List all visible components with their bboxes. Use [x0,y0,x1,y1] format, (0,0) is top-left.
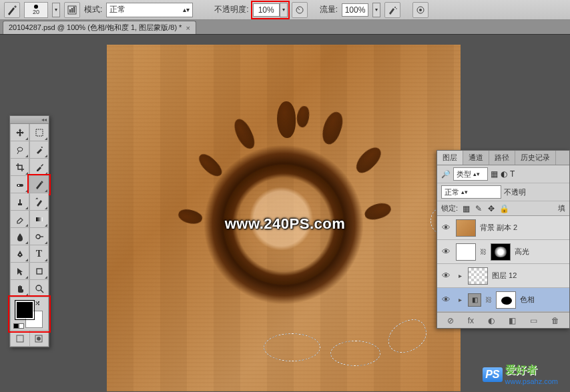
opacity-dropdown[interactable]: ▾ [280,3,288,17]
clone-stamp-tool[interactable] [10,193,29,211]
layer-mask-thumbnail[interactable] [491,243,511,261]
type-tool[interactable]: T [29,245,49,263]
lock-transparency-icon[interactable]: ▦ [461,204,471,213]
blend-mode-select[interactable]: 正常 ▴▾ [106,3,193,17]
airbrush-icon[interactable] [384,2,400,18]
close-icon[interactable]: × [186,24,190,32]
fx-icon[interactable]: fx [468,316,474,325]
type-filter-icon[interactable]: T [510,169,515,179]
selection-marquee [330,341,380,366]
pressure-opacity-icon[interactable] [292,2,308,18]
brush-tool[interactable] [29,176,49,193]
healing-brush-tool[interactable] [10,176,29,193]
layer-row[interactable]: 👁 背景 副本 2 [437,216,569,240]
layer-thumbnail[interactable] [456,243,476,261]
brush-panel-toggle-icon[interactable] [64,2,80,18]
magic-wand-tool[interactable] [29,141,49,159]
foreground-color-swatch[interactable] [16,301,33,319]
visibility-eye-icon[interactable]: 👁 [440,295,452,305]
fold-icon[interactable]: ▸ [456,296,464,303]
path-select-tool[interactable] [10,263,29,280]
lock-position-icon[interactable]: ✥ [487,204,496,213]
blend-opacity-row: 正常▴▾ 不透明 [437,183,569,201]
gradient-tool[interactable] [29,211,49,228]
flow-dropdown[interactable]: ▾ [372,3,380,17]
corner-watermark: PS 爱好者 www.psahz.com [483,363,558,385]
layer-filter-select[interactable]: 类型▴▾ [453,167,488,181]
tab-channels[interactable]: 通道 [463,151,489,165]
layer-thumbnail[interactable] [456,219,476,237]
layer-row[interactable]: 👁 ▸ 图层 12 [437,264,569,288]
layer-name: 背景 副本 2 [480,223,517,233]
layer-row[interactable]: 👁 ▸ ◧ ⛓ 色相 [437,288,569,312]
adjustment-layer-icon[interactable]: ◧ [468,293,481,307]
svg-rect-17 [17,335,23,342]
hand-tool[interactable] [10,280,29,297]
chevron-updown-icon: ▴▾ [183,6,190,13]
current-tool-indicator[interactable] [4,2,20,18]
flow-label: 流量: [320,4,338,15]
svg-rect-10 [17,184,23,187]
flow-input[interactable]: 100% [342,3,368,17]
lock-pixels-icon[interactable]: ✎ [474,204,483,213]
document-tab[interactable]: 20104287.psd @ 100% (色相/饱和度 1, 图层蒙版/8) *… [3,21,196,34]
blur-tool[interactable] [10,228,29,245]
lock-label: 锁定: [441,203,458,213]
visibility-eye-icon[interactable]: 👁 [440,247,452,257]
delete-layer-icon[interactable]: 🗑 [551,316,559,325]
layer-mask-thumbnail[interactable] [496,291,516,309]
history-brush-tool[interactable] [29,193,49,211]
tab-paths[interactable]: 路径 [489,151,515,165]
layer-type-filter-icons: ▦ ◐ T [491,169,515,179]
eyedropper-tool[interactable] [29,159,49,176]
tools-panel-collapse[interactable]: ◂◂ [10,116,49,124]
layers-panel-tabs: 图层 通道 路径 历史记录 [437,151,569,165]
quick-mask-mode-icon[interactable] [30,331,49,346]
brush-preset-picker[interactable]: 20 [24,2,48,18]
tab-history[interactable]: 历史记录 [515,151,556,165]
swap-colors-icon[interactable]: ⤭ [35,299,40,307]
quick-mask-row [10,331,49,347]
pressure-size-icon[interactable] [412,2,429,18]
adjust-filter-icon[interactable]: ◐ [501,169,507,179]
svg-point-14 [19,254,21,255]
foreground-background-colors[interactable]: ⤭ [10,297,49,331]
marquee-tool[interactable] [29,124,49,141]
document-canvas[interactable] [107,45,461,391]
document-tab-title: 20104287.psd @ 100% (色相/饱和度 1, 图层蒙版/8) * [9,23,182,33]
lock-all-icon[interactable]: 🔒 [499,204,509,213]
mode-label: 模式: [84,4,102,15]
default-colors-icon[interactable] [13,323,24,329]
splash-artwork [164,105,404,345]
new-group-icon[interactable]: ▭ [530,316,537,325]
pixel-filter-icon[interactable]: ▦ [491,169,498,179]
new-adjustment-icon[interactable]: ◧ [509,316,516,325]
opacity-input[interactable]: 10% [253,3,280,17]
brush-preset-dropdown[interactable]: ▾ [52,3,60,17]
eraser-tool[interactable] [10,211,29,228]
visibility-eye-icon[interactable]: 👁 [440,271,452,281]
layer-thumbnail[interactable] [468,267,488,285]
fold-icon[interactable]: ▸ [456,272,464,279]
chevron-updown-icon: ▴▾ [473,171,480,177]
standard-mode-icon[interactable] [11,331,30,346]
visibility-eye-icon[interactable]: 👁 [440,223,452,233]
layer-row[interactable]: 👁 ⛓ 高光 [437,240,569,264]
layer-name: 图层 12 [492,271,517,281]
layers-panel-footer: ⊘ fx ◐ ◧ ▭ 🗑 [437,312,569,328]
document-tab-bar: 20104287.psd @ 100% (色相/饱和度 1, 图层蒙版/8) *… [0,20,570,35]
shape-tool[interactable] [29,263,49,280]
move-tool[interactable] [10,124,29,141]
opacity-control-highlight: 10% ▾ [253,3,288,17]
dodge-tool[interactable] [29,228,49,245]
zoom-tool[interactable] [29,280,49,297]
lasso-tool[interactable] [10,141,29,159]
layer-name: 色相 [520,295,535,305]
layer-blend-select[interactable]: 正常▴▾ [441,185,501,199]
pen-tool[interactable] [10,245,29,263]
tab-layers[interactable]: 图层 [437,151,463,165]
link-layers-icon[interactable]: ⊘ [447,316,454,325]
crop-tool[interactable] [10,159,29,176]
add-mask-icon[interactable]: ◐ [488,316,495,325]
layers-panel: 图层 通道 路径 历史记录 🔎 类型▴▾ ▦ ◐ T 正常▴▾ 不透明 锁定: … [437,150,570,329]
